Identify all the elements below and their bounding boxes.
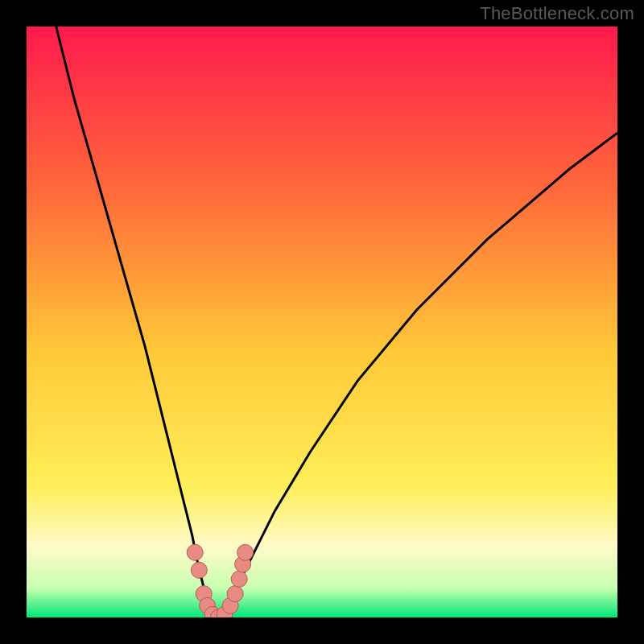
curve-path — [56, 27, 617, 617]
chart-frame: TheBottleneck.com — [0, 0, 644, 644]
bottleneck-curve — [27, 27, 617, 617]
data-marker — [191, 562, 207, 578]
marker-group — [187, 544, 253, 617]
data-marker — [227, 586, 243, 602]
data-marker — [237, 544, 254, 560]
watermark-text: TheBottleneck.com — [480, 3, 634, 24]
data-marker — [187, 544, 203, 560]
plot-area — [27, 27, 617, 617]
data-marker — [231, 571, 247, 587]
